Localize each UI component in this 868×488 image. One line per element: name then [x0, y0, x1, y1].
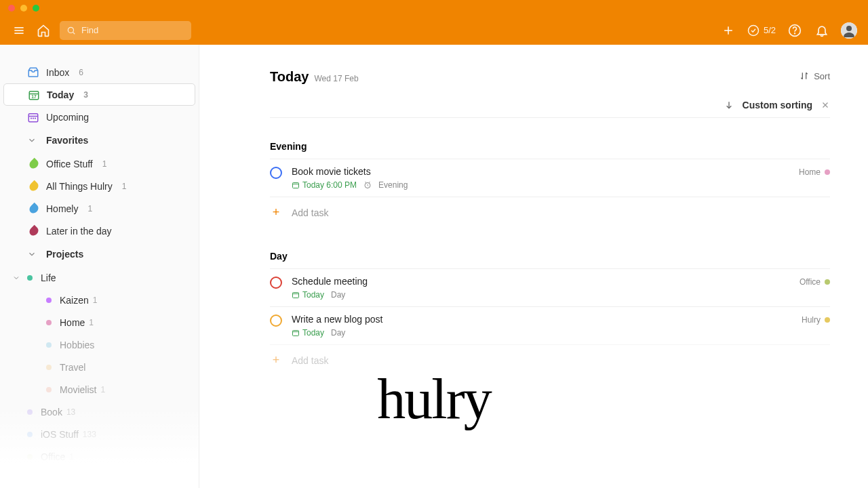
task-checkbox[interactable]	[270, 314, 282, 327]
custom-sort-label[interactable]: Custom sorting	[743, 100, 812, 110]
sidebar-project-item[interactable]: Home 1	[0, 311, 199, 333]
sidebar-filter-item[interactable]: Later in the day	[0, 220, 199, 242]
window-minimize-button[interactable]	[20, 5, 27, 12]
sidebar-item-count: 3	[83, 90, 88, 100]
sidebar-filter-item[interactable]: All Things Hulry 1	[0, 175, 199, 197]
reminder-icon	[363, 181, 372, 189]
task-project[interactable]: Office	[800, 277, 830, 287]
project-dot-icon	[46, 387, 52, 392]
project-label: Book	[41, 407, 62, 418]
section-label: Favorites	[46, 135, 88, 146]
avatar[interactable]	[841, 22, 857, 39]
sidebar-project-item[interactable]: Movielist 1	[0, 378, 199, 401]
task-checkbox[interactable]	[270, 277, 282, 289]
sidebar-project-item[interactable]: Travel	[0, 356, 199, 378]
add-task-button[interactable]: + Add task	[270, 197, 830, 228]
sidebar-project-item[interactable]: Office 1	[0, 445, 199, 468]
task-project[interactable]: Home	[799, 167, 830, 177]
karma-button[interactable]: 5/2	[747, 24, 776, 37]
project-dot-icon	[27, 409, 33, 415]
task-tag: Day	[331, 328, 345, 338]
arrow-down-icon[interactable]	[724, 100, 734, 110]
sidebar-project-item[interactable]: Hobbies	[0, 333, 199, 356]
task-due: Today	[292, 290, 324, 300]
filter-label: All Things Hulry	[46, 181, 113, 192]
search-input[interactable]: Find	[60, 21, 191, 40]
home-icon[interactable]	[35, 22, 52, 39]
section-title: Evening	[270, 141, 830, 152]
task-checkbox[interactable]	[270, 167, 282, 179]
project-dot-icon	[27, 432, 33, 437]
sidebar-filter-item[interactable]: Office Stuff 1	[0, 152, 199, 175]
chevron-down-icon	[27, 136, 37, 145]
project-dot-icon	[46, 320, 52, 325]
inbox-icon	[27, 66, 39, 79]
task-section: Evening Book movie tickets Today 6:00 PM…	[270, 141, 830, 228]
project-count: 1	[89, 318, 94, 327]
drop-icon	[28, 180, 40, 192]
upcoming-icon	[27, 111, 39, 123]
project-label: Life	[41, 272, 56, 283]
project-label: Office	[41, 451, 65, 462]
project-dot-icon	[46, 298, 52, 303]
page-title: Today	[270, 69, 309, 85]
window-titlebar	[0, 0, 868, 16]
sidebar-project-item[interactable]: Life	[0, 266, 199, 289]
project-dot-icon	[46, 365, 52, 370]
sidebar-project-item[interactable]: iOS Stuff 133	[0, 423, 199, 445]
sidebar-item-upcoming[interactable]: Upcoming	[0, 106, 199, 128]
task-tag: Day	[331, 290, 345, 300]
add-task-button[interactable]: + Add task	[270, 344, 830, 375]
add-task-label: Add task	[292, 355, 328, 366]
task-row[interactable]: Book movie tickets Today 6:00 PM Evening…	[270, 159, 830, 197]
close-icon[interactable]	[821, 100, 830, 110]
task-project[interactable]: Hulry	[802, 315, 830, 325]
filter-label: Office Stuff	[46, 159, 93, 169]
help-icon[interactable]	[787, 22, 803, 39]
sidebar-project-item[interactable]: Kaizen 1	[0, 289, 199, 311]
svg-point-9	[795, 33, 795, 33]
project-label: Kaizen	[60, 295, 89, 306]
window-close-button[interactable]	[8, 5, 15, 12]
project-dot-icon	[27, 275, 33, 281]
sidebar-item-today[interactable]: 17 Today 3	[3, 83, 195, 106]
sidebar: Inbox 6 17 Today 3 Upcoming Favorites Of…	[0, 45, 199, 488]
task-tag: Evening	[378, 180, 408, 190]
karma-value: 5/2	[764, 25, 776, 35]
sort-label: Sort	[814, 71, 830, 81]
svg-point-11	[846, 26, 852, 31]
filter-label: Homely	[46, 203, 78, 214]
task-row[interactable]: Write a new blog post Today Day Hulry	[270, 306, 830, 344]
project-label: Movielist	[60, 384, 96, 395]
chevron-down-icon[interactable]	[12, 274, 20, 282]
svg-point-3	[68, 27, 73, 33]
main-content: Today Wed 17 Feb Sort Custom sorting Eve…	[199, 45, 868, 488]
menu-icon[interactable]	[11, 22, 27, 39]
filter-count: 1	[102, 159, 107, 169]
svg-rect-23	[293, 183, 299, 188]
project-dot-icon	[825, 317, 830, 323]
task-row[interactable]: Schedule meeting Today Day Office	[270, 268, 830, 306]
add-task-icon[interactable]	[720, 22, 736, 39]
projects-header[interactable]: Projects	[0, 242, 199, 266]
window-maximize-button[interactable]	[33, 5, 39, 12]
custom-sort-bar: Custom sorting	[270, 100, 830, 118]
sort-button[interactable]: Sort	[799, 70, 830, 81]
sidebar-project-item[interactable]: Book 13	[0, 401, 199, 423]
filter-label: Later in the day	[46, 226, 112, 237]
drop-icon	[28, 157, 40, 169]
filter-count: 1	[87, 204, 92, 214]
section-label: Projects	[46, 249, 83, 260]
today-icon: 17	[28, 89, 40, 101]
sidebar-item-inbox[interactable]: Inbox 6	[0, 61, 199, 83]
sidebar-filter-item[interactable]: Homely 1	[0, 197, 199, 220]
plus-icon: +	[270, 353, 282, 367]
notifications-icon[interactable]	[814, 22, 830, 39]
project-label: Travel	[60, 362, 85, 373]
page-date: Wed 17 Feb	[314, 74, 358, 83]
project-label: Hobbies	[60, 340, 94, 350]
project-dot-icon	[27, 454, 33, 460]
project-count: 1	[93, 296, 98, 305]
project-count: 133	[83, 430, 96, 439]
favorites-header[interactable]: Favorites	[0, 128, 199, 152]
